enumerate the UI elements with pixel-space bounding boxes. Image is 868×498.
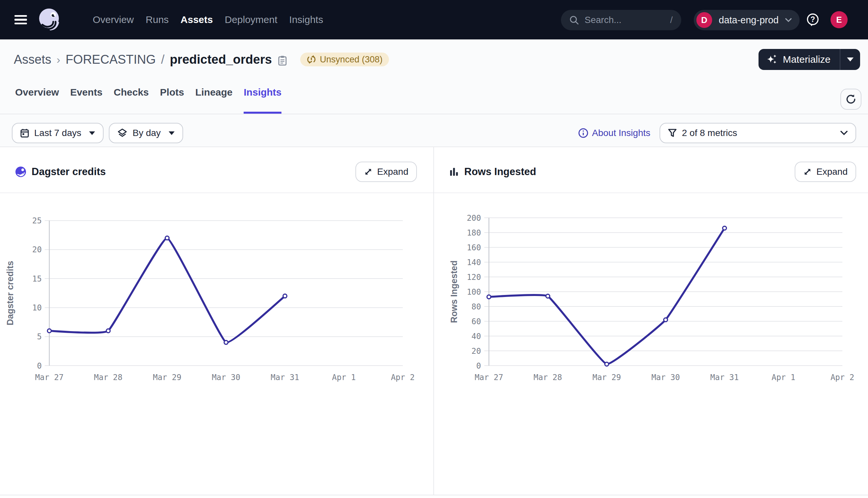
about-insights-link[interactable]: About Insights: [578, 128, 650, 138]
breadcrumb-group[interactable]: FORECASTING: [65, 53, 155, 67]
materialize-dropdown-button[interactable]: [840, 49, 860, 70]
panel-rows-ingested: Rows Ingested Expand 0204060801001201401…: [434, 147, 868, 495]
deployment-initial-badge: D: [697, 12, 712, 28]
svg-text:Rows Ingested: Rows Ingested: [449, 261, 459, 323]
date-range-value: Last 7 days: [34, 128, 81, 138]
svg-text:10: 10: [32, 303, 42, 312]
materialize-split-button: Materialize: [758, 49, 860, 70]
panel-header-rows-ingested: Rows Ingested Expand: [434, 147, 868, 193]
nav-item-assets[interactable]: Assets: [180, 14, 213, 25]
expand-label: Expand: [377, 167, 408, 177]
breadcrumb-chevron: ›: [56, 53, 60, 66]
svg-text:40: 40: [472, 332, 481, 341]
svg-text:200: 200: [467, 213, 481, 223]
svg-text:0: 0: [476, 361, 481, 370]
nav-item-deployment[interactable]: Deployment: [225, 14, 277, 25]
caret-down-icon: [169, 131, 175, 135]
bar-chart-icon: [449, 167, 459, 177]
deployment-switcher[interactable]: D data-eng-prod: [694, 10, 800, 30]
top-navbar: Overview Runs Assets Deployment Insights…: [0, 0, 868, 39]
expand-label: Expand: [816, 167, 847, 177]
svg-text:Apr 1: Apr 1: [332, 373, 356, 382]
info-icon: [578, 128, 588, 138]
nav-item-overview[interactable]: Overview: [93, 14, 134, 25]
svg-text:Mar 29: Mar 29: [592, 373, 621, 382]
svg-text:Mar 28: Mar 28: [94, 373, 123, 382]
filter-right-group: About Insights 2 of 8 metrics: [578, 123, 856, 143]
asset-name: predicted_orders: [170, 53, 271, 67]
svg-text:25: 25: [32, 216, 42, 225]
help-icon[interactable]: ?: [806, 13, 819, 27]
tab-overview[interactable]: Overview: [15, 86, 59, 114]
tab-insights[interactable]: Insights: [244, 86, 281, 114]
copy-icon[interactable]: [278, 55, 287, 66]
tab-lineage[interactable]: Lineage: [195, 86, 232, 114]
search-placeholder: Search...: [585, 15, 670, 25]
svg-text:180: 180: [467, 228, 481, 237]
svg-text:60: 60: [472, 317, 481, 326]
dagster-credits-icon: [15, 166, 26, 178]
tab-events[interactable]: Events: [70, 86, 102, 114]
svg-text:Mar 31: Mar 31: [271, 373, 299, 382]
sync-icon: [307, 55, 316, 64]
nav-item-insights[interactable]: Insights: [289, 14, 323, 25]
dagster-logo[interactable]: [38, 8, 61, 31]
expand-button-dagster-credits[interactable]: Expand: [355, 162, 417, 182]
granularity-value: By day: [132, 128, 161, 138]
search-shortcut: /: [670, 15, 673, 25]
svg-text:Mar 29: Mar 29: [153, 373, 181, 382]
breadcrumb-assets[interactable]: Assets: [14, 53, 51, 67]
layers-icon: [117, 129, 127, 137]
search-input[interactable]: Search... /: [561, 10, 681, 30]
unsynced-badge[interactable]: Unsynced (308): [300, 53, 389, 66]
dagster-credits-chart[interactable]: 0510152025Mar 27Mar 28Mar 29Mar 30Mar 31…: [0, 193, 434, 397]
chevron-down-icon: [785, 18, 792, 22]
rows-ingested-chart[interactable]: 020406080100120140160180200Mar 27Mar 28M…: [434, 193, 868, 397]
expand-icon: [364, 168, 372, 176]
granularity-dropdown[interactable]: By day: [109, 123, 183, 143]
panel-title: Rows Ingested: [464, 166, 536, 178]
svg-text:?: ?: [810, 15, 815, 24]
svg-text:Mar 27: Mar 27: [35, 373, 64, 382]
dagster-app: Overview Runs Assets Deployment Insights…: [0, 0, 868, 498]
svg-text:Mar 31: Mar 31: [710, 373, 739, 382]
svg-text:160: 160: [467, 243, 481, 252]
svg-text:Apr 2: Apr 2: [830, 373, 854, 382]
svg-text:100: 100: [467, 287, 481, 297]
chevron-down-icon: [840, 131, 847, 135]
deployment-name: data-eng-prod: [719, 15, 779, 26]
materialize-button[interactable]: Materialize: [758, 49, 840, 70]
date-range-dropdown[interactable]: Last 7 days: [12, 123, 104, 143]
svg-text:Mar 30: Mar 30: [212, 373, 240, 382]
filter-funnel-icon: [668, 129, 677, 137]
metrics-filter-value: 2 of 8 metrics: [682, 128, 737, 138]
tab-checks[interactable]: Checks: [114, 86, 149, 114]
nav-links: Overview Runs Assets Deployment Insights: [93, 0, 323, 39]
hamburger-menu-icon[interactable]: [14, 15, 27, 24]
expand-icon: [803, 168, 812, 176]
search-icon: [570, 15, 579, 25]
refresh-button[interactable]: [840, 89, 861, 110]
materialize-label: Materialize: [783, 54, 830, 65]
svg-text:80: 80: [472, 302, 481, 311]
panel-title: Dagster credits: [31, 166, 106, 178]
svg-text:Mar 28: Mar 28: [534, 373, 562, 382]
nav-item-runs[interactable]: Runs: [146, 14, 169, 25]
insights-charts-section: Dagster credits Expand 0510152025Mar 27M…: [0, 147, 868, 495]
caret-down-icon: [89, 131, 95, 135]
svg-text:Mar 27: Mar 27: [475, 373, 503, 382]
svg-text:0: 0: [37, 361, 42, 370]
insights-filter-bar: Last 7 days By day About Insights: [0, 114, 868, 147]
about-insights-label: About Insights: [592, 128, 650, 138]
asset-header: Assets › FORECASTING / predicted_orders …: [0, 39, 868, 86]
breadcrumb-slash: /: [161, 53, 165, 67]
caret-down-icon: [847, 57, 854, 62]
svg-text:Dagster credits: Dagster credits: [5, 261, 15, 326]
expand-button-rows-ingested[interactable]: Expand: [795, 162, 856, 182]
svg-text:140: 140: [467, 258, 481, 267]
tab-plots[interactable]: Plots: [160, 86, 184, 114]
metrics-filter-select[interactable]: 2 of 8 metrics: [660, 123, 856, 143]
svg-text:Mar 30: Mar 30: [651, 373, 680, 382]
user-avatar[interactable]: E: [830, 11, 847, 28]
svg-text:Apr 1: Apr 1: [772, 373, 795, 382]
